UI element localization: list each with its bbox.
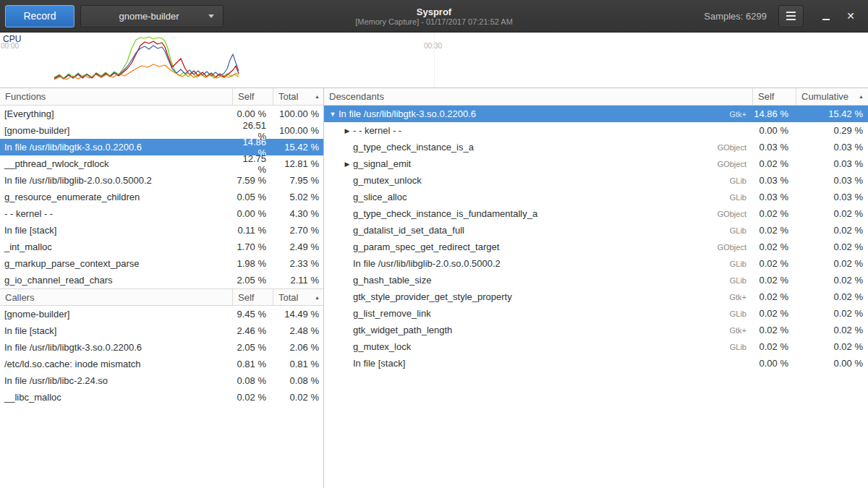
tree-row[interactable]: ▶g_signal_emitGObject0.02 %0.03 % <box>324 155 868 172</box>
self-percent: 0.02 % <box>752 208 796 219</box>
self-percent: 2.46 % <box>232 325 273 336</box>
function-name: g_param_spec_get_redirect_target <box>353 241 499 252</box>
total-percent: 12.81 % <box>273 158 323 169</box>
cumulative-percent: 0.02 % <box>796 208 868 219</box>
total-percent: 2.48 % <box>273 325 323 336</box>
function-name: g_slice_alloc <box>353 192 407 202</box>
menu-button[interactable] <box>778 5 804 27</box>
table-row[interactable]: In file /usr/lib/libgtk-3.so.0.2200.614.… <box>0 139 323 155</box>
tree-row[interactable]: g_slice_allocGLib0.03 %0.03 % <box>324 189 868 205</box>
tree-row[interactable]: g_datalist_id_set_data_fullGLib0.02 %0.0… <box>324 222 868 239</box>
tree-row[interactable]: g_type_check_instance_is_fundamentally_a… <box>324 205 868 222</box>
expander-closed-icon[interactable]: ▶ <box>341 160 353 168</box>
total-percent: 4.30 % <box>273 208 323 219</box>
function-name: In file /usr/lib/libgtk-3.so.0.2200.6 <box>0 142 232 153</box>
tree-row[interactable]: ▶- - kernel - -0.00 %0.29 % <box>324 122 868 139</box>
table-row[interactable]: In file [stack]2.46 %2.48 % <box>0 322 323 339</box>
function-name: __libc_malloc <box>0 392 232 403</box>
tree-row[interactable]: gtk_style_provider_get_style_propertyGtk… <box>324 288 868 305</box>
tree-row[interactable]: g_mutex_unlockGLib0.03 %0.03 % <box>324 172 868 189</box>
tree-name-cell: g_type_check_instance_is_a <box>324 142 706 153</box>
self-percent: 0.11 % <box>232 225 273 236</box>
self-percent: 0.03 % <box>752 142 796 153</box>
table-row[interactable]: In file /usr/lib/libglib-2.0.so.0.5000.2… <box>0 172 323 189</box>
tree-row[interactable]: g_mutex_lockGLib0.02 %0.02 % <box>324 338 868 355</box>
functions-total-column-header[interactable]: Total ▲ <box>273 88 323 105</box>
descendants-self-column-header[interactable]: Self <box>752 88 796 105</box>
callers-total-column-header[interactable]: Total ▲ <box>273 289 323 305</box>
table-row[interactable]: __libc_malloc0.02 %0.02 % <box>0 389 323 406</box>
tree-name-cell: g_mutex_unlock <box>324 175 706 186</box>
functions-self-column-header[interactable]: Self <box>232 88 273 105</box>
expander-open-icon[interactable]: ▼ <box>327 111 339 118</box>
self-percent: 2.05 % <box>232 342 273 353</box>
tree-row[interactable]: g_param_spec_get_redirect_targetGObject0… <box>324 239 868 255</box>
target-dropdown[interactable]: gnome-builder <box>80 5 224 27</box>
function-name: - - kernel - - <box>353 125 401 136</box>
tree-row[interactable]: ▼In file /usr/lib/libgtk-3.so.0.2200.6Gt… <box>324 106 868 122</box>
table-row[interactable]: In file [stack]0.11 %2.70 % <box>0 222 323 239</box>
expander-closed-icon[interactable]: ▶ <box>341 127 353 134</box>
tree-row[interactable]: g_type_check_instance_is_aGObject0.03 %0… <box>324 139 868 155</box>
descendants-table: ▼In file /usr/lib/libgtk-3.so.0.2200.6Gt… <box>324 106 868 372</box>
total-percent: 14.49 % <box>273 309 323 320</box>
record-button[interactable]: Record <box>5 5 75 27</box>
function-name: In file /usr/lib/libgtk-3.so.0.2200.6 <box>339 108 476 119</box>
tree-row[interactable]: In file [stack]0.00 %0.00 % <box>324 355 868 372</box>
cpu-graph-area[interactable]: CPU 00:00 00:30 <box>0 33 868 88</box>
tree-name-cell: In file /usr/lib/libglib-2.0.so.0.5000.2 <box>324 258 706 269</box>
table-row[interactable]: [gnome-builder]26.51 %100.00 % <box>0 122 323 139</box>
table-row[interactable]: _int_malloc1.70 %2.49 % <box>0 239 323 255</box>
self-percent: 14.86 % <box>752 108 796 119</box>
tree-row[interactable]: g_hash_table_sizeGLib0.02 %0.02 % <box>324 272 868 288</box>
descendants-pane: Descendants Self Cumulative ▲ ▼In file /… <box>324 88 868 488</box>
table-row[interactable]: g_markup_parse_context_parse1.98 %2.33 % <box>0 255 323 272</box>
function-name: g_resource_enumerate_children <box>0 192 232 202</box>
minimize-button[interactable] <box>814 5 838 27</box>
descendants-column-header[interactable]: Descendants <box>324 88 752 105</box>
cumulative-percent: 0.02 % <box>796 325 868 335</box>
headerbar: Record gnome-builder Sysprof [Memory Cap… <box>0 0 868 33</box>
function-name: g_list_remove_link <box>353 308 431 319</box>
headerbar-right-group: Samples: 6299 ✕ <box>704 5 863 27</box>
descendants-cumulative-column-header[interactable]: Cumulative ▲ <box>796 88 868 105</box>
total-percent: 2.49 % <box>273 241 323 252</box>
table-row[interactable]: g_io_channel_read_chars2.05 %2.11 % <box>0 272 323 288</box>
total-percent: 0.02 % <box>273 392 323 403</box>
total-percent: 0.08 % <box>273 375 323 386</box>
main-area: Functions Self Total ▲ [Everything]0.00 … <box>0 88 868 488</box>
library-tag: Gtk+ <box>706 326 752 335</box>
library-tag: GLib <box>706 260 752 268</box>
function-name: In file [stack] <box>0 325 232 336</box>
functions-column-header[interactable]: Functions <box>0 88 232 105</box>
tree-name-cell: In file [stack] <box>324 358 706 369</box>
self-percent: 1.98 % <box>232 258 273 269</box>
self-percent: 0.05 % <box>232 192 273 202</box>
function-name: In file [stack] <box>353 358 405 369</box>
table-row[interactable]: - - kernel - -0.00 %4.30 % <box>0 205 323 222</box>
callers-table-header: Callers Self Total ▲ <box>0 288 323 306</box>
table-row[interactable]: [gnome-builder]9.45 %14.49 % <box>0 306 323 322</box>
function-name: In file /usr/lib/libgtk-3.so.0.2200.6 <box>0 342 232 353</box>
table-row[interactable]: g_resource_enumerate_children0.05 %5.02 … <box>0 189 323 205</box>
tree-name-cell: g_param_spec_get_redirect_target <box>324 241 706 252</box>
table-row[interactable]: In file /usr/lib/libc-2.24.so0.08 %0.08 … <box>0 372 323 389</box>
table-row[interactable]: __pthread_rwlock_rdlock12.75 %12.81 % <box>0 155 323 172</box>
self-percent: 0.02 % <box>752 341 796 352</box>
tree-row[interactable]: gtk_widget_path_lengthGtk+0.02 %0.02 % <box>324 322 868 338</box>
self-percent: 1.70 % <box>232 241 273 252</box>
self-percent: 7.59 % <box>232 175 273 186</box>
table-row[interactable]: [Everything]0.00 %100.00 % <box>0 106 323 122</box>
callers-self-column-header[interactable]: Self <box>232 289 273 305</box>
samples-count: Samples: 6299 <box>704 11 767 22</box>
table-row[interactable]: /etc/ld.so.cache: inode mismatch0.81 %0.… <box>0 356 323 372</box>
sort-indicator-icon: ▲ <box>315 295 320 300</box>
close-button[interactable]: ✕ <box>838 5 863 27</box>
window-title-area: Sysprof [Memory Capture] - 01/17/2017 07… <box>231 0 637 33</box>
tree-row[interactable]: In file /usr/lib/libglib-2.0.so.0.5000.2… <box>324 255 868 272</box>
table-row[interactable]: In file /usr/lib/libgtk-3.so.0.2200.62.0… <box>0 339 323 356</box>
functions-total-label: Total <box>278 91 298 102</box>
function-name: g_hash_table_size <box>353 275 431 286</box>
callers-column-header[interactable]: Callers <box>0 289 232 305</box>
tree-row[interactable]: g_list_remove_linkGLib0.02 %0.02 % <box>324 305 868 322</box>
